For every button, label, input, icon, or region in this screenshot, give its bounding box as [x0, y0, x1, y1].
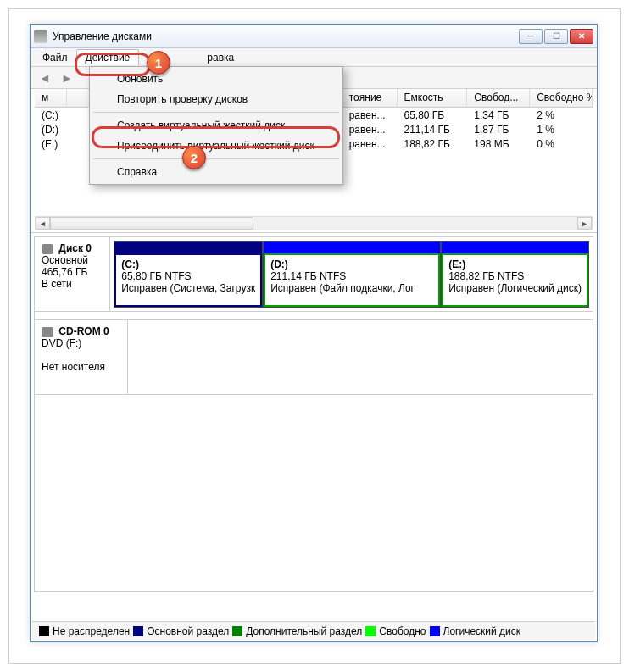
legend-swatch-extended [232, 626, 242, 636]
partition-d[interactable]: (D:) 211,14 ГБ NTFS Исправен (Файл подка… [263, 241, 441, 308]
menu-create-vhd[interactable]: Создать виртуальный жесткий диск [92, 115, 341, 136]
partition-c[interactable]: (C:) 65,80 ГБ NTFS Исправен (Система, За… [114, 241, 263, 308]
nav-back-icon[interactable]: ◄ [36, 69, 54, 86]
disk-graphical-pane: Диск 0 Основной 465,76 ГБ В сети (C:) 65… [34, 236, 593, 592]
legend-bar: Не распределен Основной раздел Дополните… [32, 621, 595, 640]
callout-badge-1: 1 [147, 51, 170, 75]
col-volume[interactable]: м [35, 89, 67, 107]
minimize-button[interactable]: ─ [519, 29, 543, 44]
menu-refresh[interactable]: Обновить [92, 69, 341, 89]
menu-help[interactable]: равка [198, 50, 242, 65]
disk-row[interactable]: Диск 0 Основной 465,76 ГБ В сети (C:) 65… [35, 237, 593, 312]
col-capacity[interactable]: Емкость [398, 89, 468, 107]
legend-swatch-logical [430, 626, 440, 636]
legend-swatch-free [365, 626, 376, 636]
app-icon [34, 30, 47, 43]
legend-swatch-unalloc [39, 626, 49, 636]
horizontal-scrollbar[interactable]: ◄ ► [35, 216, 593, 230]
disk-icon [42, 244, 53, 254]
cdrom-label: CD-ROM 0 DVD (F:) Нет носителя [35, 320, 128, 394]
menu-attach-vhd[interactable]: Присоединить виртуальный жесткий диск [92, 136, 341, 156]
menu-file[interactable]: Файл [34, 50, 76, 65]
legend-swatch-primary [133, 626, 143, 636]
maximize-button[interactable]: ☐ [544, 29, 568, 44]
col-free-pct[interactable]: Свободно % [530, 89, 593, 107]
menu-about[interactable]: Справка [92, 162, 341, 182]
col-state[interactable]: тояние [342, 89, 398, 107]
cdrom-row[interactable]: CD-ROM 0 DVD (F:) Нет носителя [35, 320, 593, 395]
nav-forward-icon[interactable]: ► [58, 69, 76, 86]
menu-rescan[interactable]: Повторить проверку дисков [92, 89, 341, 109]
titlebar[interactable]: Управление дисками ─ ☐ ✕ [31, 25, 597, 48]
callout-badge-2: 2 [182, 146, 206, 169]
menu-action[interactable]: Действие [76, 49, 140, 65]
disk-label: Диск 0 Основной 465,76 ГБ В сети [35, 237, 110, 311]
scroll-thumb[interactable] [50, 217, 253, 230]
action-dropdown: Обновить Повторить проверку дисков Созда… [89, 66, 343, 185]
col-free[interactable]: Свобод... [467, 89, 530, 107]
cdrom-icon [42, 327, 53, 337]
close-button[interactable]: ✕ [570, 29, 593, 44]
partition-e[interactable]: (E:) 188,82 ГБ NTFS Исправен (Логический… [441, 241, 589, 308]
scroll-right-icon[interactable]: ► [577, 217, 592, 230]
window-title: Управление дисками [53, 31, 519, 42]
menubar: Файл Действие равка [31, 48, 597, 67]
scroll-left-icon[interactable]: ◄ [36, 217, 50, 230]
